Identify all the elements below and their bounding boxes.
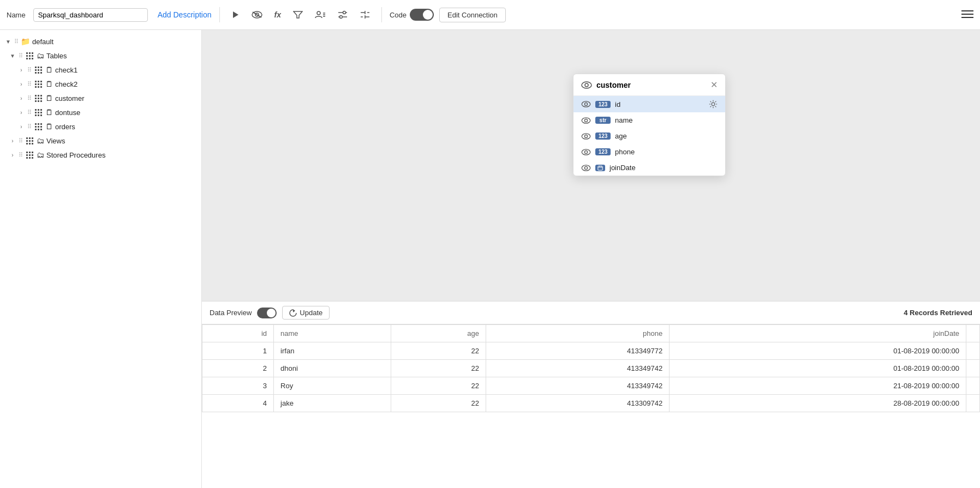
svg-point-24 <box>582 101 590 107</box>
visibility-button[interactable] <box>248 8 266 21</box>
tables-label: Tables <box>46 52 67 60</box>
divider-1 <box>219 7 220 22</box>
cell-joindate: 01-08-2019 00:00:00 <box>670 342 966 360</box>
main-layout: ▼ ⠿ 📁 default ▼ ⠿ 🗂 Tables › ⠿ <box>0 30 980 488</box>
table-grid-icon <box>35 95 42 102</box>
menu-button[interactable] <box>961 9 973 21</box>
chevron-right-icon: › <box>9 152 16 158</box>
play-button[interactable] <box>228 8 243 21</box>
eye-icon <box>581 101 591 107</box>
cell-name: dhoni <box>274 360 391 377</box>
records-count: 4 Records Retrieved <box>904 309 972 317</box>
sidebar-item-orders[interactable]: › ⠿ 🗒 orders <box>0 119 201 134</box>
cell-name: jake <box>274 395 391 412</box>
drag-handle: ⠿ <box>27 109 32 116</box>
sidebar-item-stored-procedures[interactable]: › ⠿ 🗂 Stored Procedures <box>0 148 201 162</box>
hamburger-icon <box>961 10 973 19</box>
popup-field-name[interactable]: str name <box>573 112 725 128</box>
sidebar-item-default[interactable]: ▼ ⠿ 📁 default <box>0 34 201 49</box>
col-header-id: id <box>202 325 274 342</box>
chevron-right-icon: › <box>17 67 25 73</box>
name-input[interactable] <box>33 8 148 22</box>
sidebar-item-dontuse[interactable]: › ⠿ 🗒 dontuse <box>0 105 201 119</box>
popup-field-phone[interactable]: 123 phone <box>573 144 725 160</box>
type-badge-joindate <box>595 165 605 171</box>
sidebar-item-views[interactable]: › ⠿ 🗂 Views <box>0 134 201 148</box>
table-grid-icon <box>35 109 42 116</box>
add-description-button[interactable]: Add Description <box>158 10 212 19</box>
eye-icon <box>581 165 591 171</box>
drag-handle: ⠿ <box>19 152 23 159</box>
cell-age: 22 <box>391 395 486 412</box>
popup-field-id[interactable]: 123 id <box>573 96 725 112</box>
data-table-wrapper: id name age phone joinDate 1 irfan 22 41… <box>202 324 980 488</box>
type-badge-age: 123 <box>595 132 611 140</box>
cell-age: 22 <box>391 377 486 395</box>
table-grid-icon <box>26 152 33 159</box>
update-button[interactable]: Update <box>282 306 330 320</box>
col-header-age: age <box>391 325 486 342</box>
drag-handle: ⠿ <box>19 52 23 59</box>
table-icon: 🗒 <box>45 108 53 117</box>
table-row: 4 jake 22 413309742 28-08-2019 00:00:00 <box>202 395 980 412</box>
filter-icon <box>293 10 303 19</box>
drag-handle: ⠿ <box>27 67 32 74</box>
svg-point-25 <box>584 103 587 105</box>
svg-point-5 <box>317 11 320 15</box>
sidebar-item-customer[interactable]: › ⠿ 🗒 customer <box>0 91 201 105</box>
table-row: 1 irfan 22 413349772 01-08-2019 00:00:00 <box>202 342 980 360</box>
sidebar: ▼ ⠿ 📁 default ▼ ⠿ 🗂 Tables › ⠿ <box>0 30 202 488</box>
cell-id: 2 <box>202 360 274 377</box>
table-grid-icon <box>26 52 33 59</box>
svg-point-22 <box>582 82 591 88</box>
svg-point-27 <box>582 117 590 123</box>
sliders-icon <box>338 10 348 19</box>
sidebar-item-check2[interactable]: › ⠿ 🗒 check2 <box>0 77 201 91</box>
table-grid-icon <box>35 81 42 88</box>
svg-point-28 <box>584 119 587 122</box>
table-icon: 🗂 <box>37 51 44 60</box>
filter-button[interactable] <box>290 8 306 21</box>
field-name-age: age <box>615 132 627 140</box>
sidebar-item-tables[interactable]: ▼ ⠿ 🗂 Tables <box>0 49 201 63</box>
svg-point-32 <box>584 150 587 153</box>
eye-icon <box>581 81 592 89</box>
edit-connection-button[interactable]: Edit Connection <box>439 8 506 22</box>
popup-field-age[interactable]: 123 age <box>573 128 725 144</box>
cell-id: 1 <box>202 342 274 360</box>
type-badge-id: 123 <box>595 101 611 108</box>
table-icon: 🗒 <box>45 122 53 131</box>
popup-close-button[interactable]: ✕ <box>710 80 718 90</box>
col-header-scroll <box>966 325 980 342</box>
settings-sliders-button[interactable] <box>334 8 351 21</box>
cell-name: irfan <box>274 342 391 360</box>
svg-point-30 <box>584 135 587 137</box>
eye-icon <box>581 149 591 155</box>
code-toggle[interactable] <box>410 9 434 21</box>
equalizer-button[interactable] <box>356 8 374 21</box>
gear-icon <box>709 100 718 109</box>
field-name-name: name <box>615 116 633 124</box>
person-filter-button[interactable] <box>312 8 329 21</box>
views-label: Views <box>46 137 65 145</box>
table-icon: 🗒 <box>45 65 53 74</box>
cell-phone: 413349742 <box>486 360 670 377</box>
chevron-right-icon: › <box>17 124 25 130</box>
eye-icon <box>581 133 591 140</box>
preview-toggle[interactable] <box>257 308 277 318</box>
cell-joindate: 21-08-2019 00:00:00 <box>670 377 966 395</box>
cell-phone: 413309742 <box>486 395 670 412</box>
svg-point-33 <box>582 165 590 170</box>
name-label: Name <box>7 11 26 19</box>
sidebar-item-check1[interactable]: › ⠿ 🗒 check1 <box>0 63 201 77</box>
cell-id: 3 <box>202 377 274 395</box>
function-button[interactable]: fx <box>271 8 284 21</box>
cell-name: Roy <box>274 377 391 395</box>
table-grid-icon <box>35 123 42 130</box>
popup-field-joindate[interactable]: joinDate <box>573 160 725 176</box>
svg-point-31 <box>582 149 590 154</box>
cell-joindate: 01-08-2019 00:00:00 <box>670 360 966 377</box>
field-name-id: id <box>615 100 620 109</box>
default-label: default <box>32 38 53 46</box>
field-name-phone: phone <box>615 148 635 156</box>
